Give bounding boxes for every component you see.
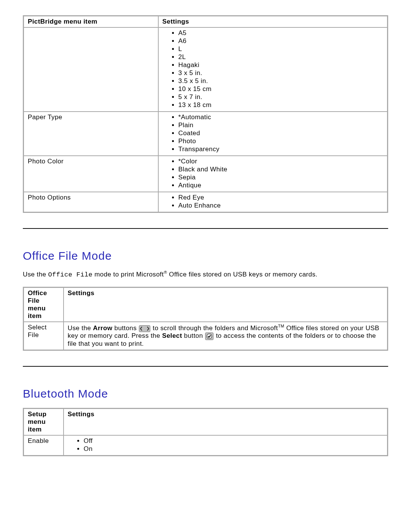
bluetooth-header-settings: Settings <box>64 409 388 436</box>
menu-item-label: Enable <box>24 435 64 456</box>
list-item: Hagaki <box>178 61 383 69</box>
list-item: Coated <box>178 129 383 137</box>
list-item: 5 x 7 in. <box>178 93 383 101</box>
pictbridge-header-row: PictBridge menu item Settings <box>24 16 388 28</box>
list-item: *Automatic <box>178 113 383 121</box>
office-header-settings: Settings <box>64 287 388 322</box>
list-item: Photo <box>178 137 383 145</box>
document-page: PictBridge menu item Settings A5 A6 L 2L… <box>0 0 411 532</box>
options-list: Off On <box>84 437 383 453</box>
list-item: A5 <box>178 29 383 37</box>
options-list: *Color Black and White Sepia Antique <box>178 158 383 190</box>
office-header-row: Office File menu item Settings <box>24 287 388 322</box>
list-item: 3.5 x 5 in. <box>178 77 383 85</box>
bluetooth-mode-heading: Bluetooth Mode <box>23 387 388 400</box>
list-item: Auto Enhance <box>178 202 383 210</box>
list-item: L <box>178 45 383 53</box>
table-row: A5 A6 L 2L Hagaki 3 x 5 in. 3.5 x 5 in. … <box>24 27 388 112</box>
text: Use the <box>68 324 93 331</box>
list-item: 2L <box>178 53 383 61</box>
text: buttons <box>112 324 139 331</box>
list-item: Transparency <box>178 145 383 153</box>
menu-item-label <box>24 27 158 112</box>
office-file-mode-heading: Office File Mode <box>23 249 388 262</box>
select-check-icon <box>205 332 213 340</box>
options-list: Red Eye Auto Enhance <box>178 194 383 210</box>
pictbridge-table: PictBridge menu item Settings A5 A6 L 2L… <box>23 15 388 213</box>
text: button <box>182 332 205 339</box>
list-item: Off <box>84 437 383 445</box>
pictbridge-header-item: PictBridge menu item <box>24 16 158 28</box>
list-item: *Color <box>178 158 383 166</box>
bold-text: Arrow <box>93 324 112 331</box>
menu-item-options: Off On <box>64 435 388 456</box>
menu-item-options: *Automatic Plain Coated Photo Transparen… <box>158 112 388 156</box>
options-list: *Automatic Plain Coated Photo Transparen… <box>178 113 383 153</box>
arrow-left-right-icon <box>139 325 150 332</box>
menu-item-options: *Color Black and White Sepia Antique <box>158 156 388 192</box>
section-divider <box>23 228 388 229</box>
bold-text: Select <box>162 332 182 339</box>
text: Use the <box>23 271 48 278</box>
list-item: Antique <box>178 182 383 190</box>
menu-item-label: Photo Options <box>24 192 158 212</box>
office-file-table: Office File menu item Settings Select Fi… <box>23 287 388 351</box>
office-header-item: Office File menu item <box>24 287 64 322</box>
text: Office files stored on USB keys or memor… <box>167 271 317 278</box>
menu-item-label: Select File <box>24 322 64 350</box>
text: mode to print Microsoft <box>92 271 164 278</box>
table-row: Photo Color *Color Black and White Sepia… <box>24 156 388 192</box>
list-item: Red Eye <box>178 194 383 202</box>
menu-item-options: A5 A6 L 2L Hagaki 3 x 5 in. 3.5 x 5 in. … <box>158 27 388 112</box>
office-file-mode-description: Use the Office File mode to print Micros… <box>23 270 388 278</box>
list-item: Black and White <box>178 166 383 174</box>
list-item: 10 x 15 cm <box>178 85 383 93</box>
list-item: Plain <box>178 121 383 129</box>
registered-mark: ® <box>164 270 167 275</box>
section-divider <box>23 366 388 367</box>
list-item: 3 x 5 in. <box>178 69 383 77</box>
options-list: A5 A6 L 2L Hagaki 3 x 5 in. 3.5 x 5 in. … <box>178 29 383 109</box>
inline-code: Office File <box>48 271 93 278</box>
table-row: Photo Options Red Eye Auto Enhance <box>24 192 388 212</box>
menu-item-label: Paper Type <box>24 112 158 156</box>
menu-item-options: Red Eye Auto Enhance <box>158 192 388 212</box>
bluetooth-table: Setup menu item Settings Enable Off On <box>23 408 388 456</box>
menu-item-description: Use the Arrow buttons to scroll through … <box>64 322 388 350</box>
list-item: On <box>84 445 383 453</box>
table-row: Paper Type *Automatic Plain Coated Photo… <box>24 112 388 156</box>
list-item: Sepia <box>178 174 383 182</box>
list-item: 13 x 18 cm <box>178 101 383 109</box>
bluetooth-header-item: Setup menu item <box>24 409 64 436</box>
table-row: Enable Off On <box>24 435 388 456</box>
bluetooth-header-row: Setup menu item Settings <box>24 409 388 436</box>
table-row: Select File Use the Arrow buttons to scr… <box>24 322 388 350</box>
menu-item-label: Photo Color <box>24 156 158 192</box>
trademark: TM <box>278 324 284 328</box>
list-item: A6 <box>178 37 383 45</box>
pictbridge-header-settings: Settings <box>158 16 388 28</box>
text: to scroll through the folders and Micros… <box>151 324 278 331</box>
